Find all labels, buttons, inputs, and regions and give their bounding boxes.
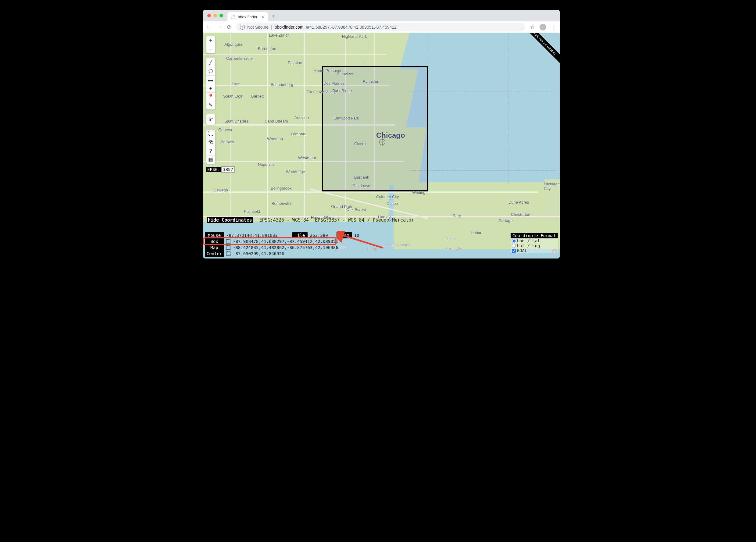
row-mouse: Mouse -87.370148,41.891033 Tile 263,380 … <box>203 232 560 238</box>
key-box: Box <box>205 238 224 244</box>
val-map: -88.424835,41.482862,-86.875763,42.19698… <box>233 244 338 251</box>
window-controls[interactable] <box>203 14 227 17</box>
val-box: -87.908478,41.688297,-87.459412,42.08905… <box>233 238 338 244</box>
format-header: Coordinate Format <box>511 233 558 238</box>
hide-coordinates-button[interactable]: Hide Coordinates <box>207 217 253 223</box>
fullscreen-button[interactable]: ⛶ <box>206 130 215 138</box>
row-box: Box -87.908478,41.688297,-87.459412,42.0… <box>203 238 560 244</box>
val-center: -87.650299,41.840920 <box>233 251 284 257</box>
info-icon[interactable]: i <box>552 249 557 254</box>
new-tab-button[interactable]: + <box>268 13 280 20</box>
maximize-window-icon[interactable] <box>219 14 223 17</box>
key-mouse: Mouse <box>205 232 224 238</box>
graticule-button[interactable]: ▦ <box>206 155 215 164</box>
radio-latlng[interactable] <box>512 244 516 248</box>
epsg-indicator: EPSG:3857 <box>206 167 235 172</box>
forward-button[interactable]: → <box>216 24 222 30</box>
epsg-label: EPSG: <box>206 167 221 172</box>
draw-circle-button[interactable]: ● <box>206 84 215 92</box>
checkbox-gdal[interactable] <box>512 249 516 253</box>
zoom-in-button[interactable]: + <box>206 36 215 45</box>
draw-polygon-button[interactable]: ⬠ <box>206 67 215 75</box>
browser-tab[interactable]: bbox finder × <box>227 12 268 21</box>
projection-2: EPSG:3857 - WGS 84 / Pseudo-Mercator <box>315 217 414 223</box>
tab-title: bbox finder <box>238 15 257 19</box>
site-info-icon[interactable]: i <box>240 25 245 30</box>
clipboard-icon[interactable] <box>226 239 230 244</box>
draw-rect-button[interactable]: ▬ <box>206 75 215 84</box>
secondary-tools: 🗑 <box>206 114 215 125</box>
tab-bar: bbox finder × + <box>203 10 560 21</box>
draw-line-button[interactable]: ╱ <box>206 58 215 67</box>
format-lnglat[interactable]: Lng / Lat <box>511 238 558 243</box>
key-center: Center <box>205 251 224 257</box>
projection-1: EPSG:4326 - WGS 84 <box>259 217 309 223</box>
draw-marker-button[interactable]: 📍 <box>206 92 215 101</box>
row-map: Map -88.424835,41.482862,-86.875763,42.1… <box>203 244 560 251</box>
draw-tools: ╱ ⬠ ▬ ● 📍 ✎ <box>206 58 215 110</box>
radio-lnglat[interactable] <box>512 239 516 243</box>
github-ribbon[interactable]: Fork me on GitHub <box>523 33 560 65</box>
settings-button[interactable]: 🛠 <box>206 138 215 147</box>
profile-avatar[interactable] <box>540 24 546 30</box>
edit-layers-button[interactable]: ✎ <box>206 101 215 109</box>
key-tile: Tile <box>292 232 308 238</box>
url-separator: | <box>271 25 272 30</box>
browser-window: bbox finder × + ← → ⟳ i Not Secure | bbo… <box>203 10 560 259</box>
clipboard-icon[interactable] <box>226 245 230 250</box>
map-canvas[interactable]: Highland Park Lake Zurich Algonquin Barr… <box>203 33 560 259</box>
url-box[interactable]: i Not Secure | bboxfinder.com/#41.688297… <box>236 23 525 31</box>
format-gdal[interactable]: GDAL <box>511 248 558 253</box>
key-zoom: Zoom <box>337 232 352 238</box>
coordinate-format-panel: Coordinate Format Lng / Lat Lat / Lng GD… <box>511 233 558 253</box>
page-icon <box>231 15 235 19</box>
val-mouse: -87.370148,41.891033 <box>226 232 278 238</box>
bookmark-icon[interactable]: ☆ <box>530 24 535 30</box>
help-button[interactable]: ? <box>206 147 215 155</box>
center-crosshair-icon <box>379 139 385 145</box>
key-map: Map <box>205 244 224 251</box>
minimize-window-icon[interactable] <box>213 14 217 17</box>
coordinate-rows: Mouse -87.370148,41.891033 Tile 263,380 … <box>203 232 560 257</box>
browser-menu-icon[interactable]: ⋮ <box>551 24 557 30</box>
close-tab-icon[interactable]: × <box>260 14 264 19</box>
row-center: Center -87.650299,41.840920 <box>203 251 560 257</box>
zoom-control: + − <box>206 36 215 54</box>
url-host: bboxfinder.com <box>275 25 304 30</box>
epsg-value: 3857 <box>221 166 235 173</box>
coordinate-header: Hide Coordinates EPSG:4326 - WGS 84 EPSG… <box>207 217 556 223</box>
zoom-out-button[interactable]: − <box>206 45 215 53</box>
map-controls-column: + − ╱ ⬠ ▬ ● 📍 ✎ 🗑 ⛶ 🛠 ? <box>206 36 215 164</box>
url-path: /#41.688297,-87.908478,42.089051,-87.459… <box>306 25 397 30</box>
delete-button[interactable]: 🗑 <box>206 114 215 125</box>
close-window-icon[interactable] <box>207 14 211 17</box>
security-label: Not Secure <box>247 25 269 30</box>
val-tile: 263,380 <box>310 232 328 238</box>
format-latlng[interactable]: Lat / Lng <box>511 243 558 248</box>
clipboard-icon[interactable] <box>226 251 230 256</box>
val-zoom: 10 <box>354 232 359 238</box>
util-tools: ⛶ 🛠 ? ▦ <box>206 129 215 164</box>
back-button[interactable]: ← <box>206 24 212 30</box>
bounding-box[interactable] <box>322 66 428 191</box>
address-bar: ← → ⟳ i Not Secure | bboxfinder.com/#41.… <box>203 21 560 33</box>
reload-button[interactable]: ⟳ <box>227 24 231 30</box>
